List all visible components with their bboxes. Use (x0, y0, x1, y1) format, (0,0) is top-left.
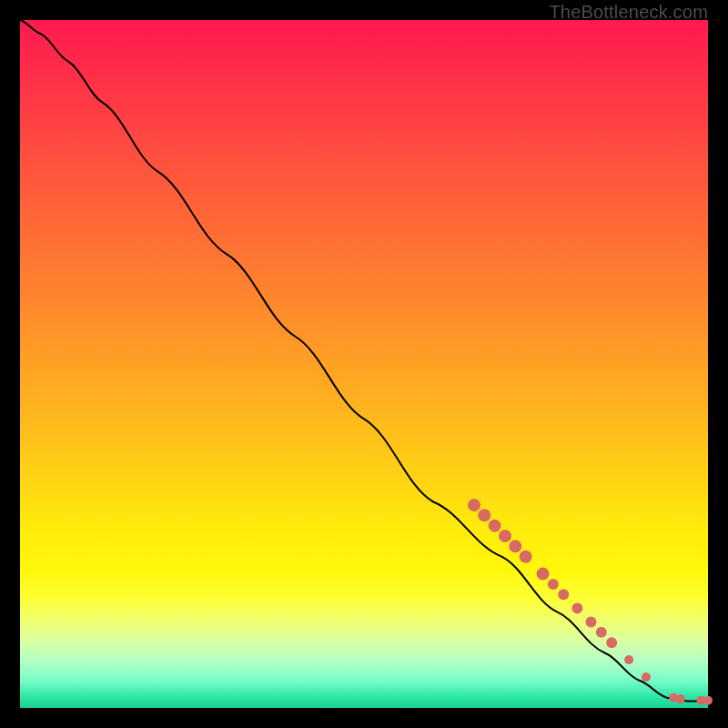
sample-dot (585, 617, 596, 628)
sample-dot (478, 509, 490, 521)
sample-dot (558, 589, 569, 600)
plot-area (20, 20, 708, 708)
sample-dot (499, 530, 511, 542)
sample-dot (624, 655, 633, 664)
sample-dot (509, 540, 521, 552)
bottleneck-curve (20, 20, 708, 701)
sample-dot (703, 696, 713, 705)
sample-dot (548, 579, 559, 590)
sample-dots (468, 499, 713, 705)
sample-dot (596, 627, 607, 638)
sample-dot (606, 637, 617, 648)
chart-frame: TheBottleneck.com (0, 0, 728, 728)
sample-dot (571, 602, 582, 613)
sample-dot (468, 499, 480, 511)
sample-dot (520, 551, 532, 563)
sample-dot (489, 520, 501, 532)
sample-dot (642, 672, 651, 682)
chart-svg (20, 20, 708, 708)
sample-dot (676, 694, 685, 703)
sample-dot (537, 568, 550, 581)
